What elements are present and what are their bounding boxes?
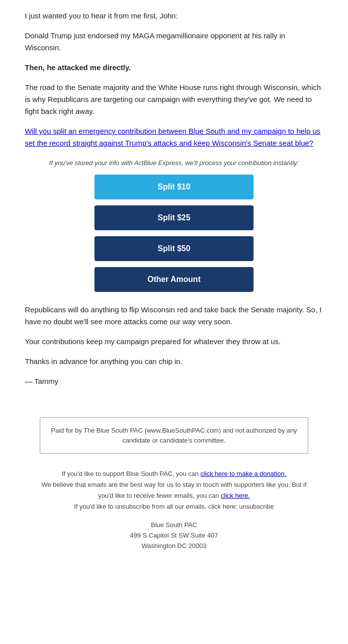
donation-buttons: Split $10 Split $25 Split $50 Other Amou… <box>94 175 254 292</box>
split-50-button[interactable]: Split $50 <box>94 236 254 261</box>
donation-link[interactable]: click here to make a donation. <box>200 470 286 477</box>
signature: — Tammy <box>25 375 323 387</box>
email-container: I just wanted you to hear it from me fir… <box>0 0 348 571</box>
paragraph-6: Your contributions keep my campaign prep… <box>25 336 323 348</box>
disclaimer-text: Paid for by The Blue South PAC (www.Blue… <box>51 427 297 444</box>
footer: If you'd like to support Blue South PAC,… <box>25 463 323 561</box>
split-25-button[interactable]: Split $25 <box>94 205 254 230</box>
paragraph-4: The road to the Senate majority and the … <box>25 82 323 117</box>
fewer-emails-link[interactable]: click here. <box>221 492 250 499</box>
org-address1: 499 S Capitol St SW Suite 407 <box>40 531 308 541</box>
actblue-note: If you've stored your info with ActBlue … <box>25 159 323 167</box>
disclaimer-box: Paid for by The Blue South PAC (www.Blue… <box>40 417 308 454</box>
paragraph-7: Thanks in advance for anything you can c… <box>25 356 323 368</box>
footer-support-text: If you'd like to support Blue South PAC,… <box>62 470 200 477</box>
emergency-contribution-link[interactable]: Will you split an emergency contribution… <box>25 127 321 147</box>
paragraph-5: Republicans will do anything to flip Wis… <box>25 304 323 328</box>
org-info: Blue South PAC 499 S Capitol St SW Suite… <box>40 520 308 551</box>
paragraph-1: I just wanted you to hear it from me fir… <box>25 10 323 22</box>
org-address2: Washington DC 20003 <box>40 541 308 552</box>
org-name: Blue South PAC <box>40 520 308 531</box>
footer-email-line: We believe that emails are the best way … <box>40 479 308 501</box>
footer-email-text: We believe that emails are the best way … <box>41 481 306 499</box>
paragraph-3-bold: Then, he attacked me directly. <box>25 62 323 74</box>
footer-support-line: If you'd like to support Blue South PAC,… <box>40 468 308 479</box>
other-amount-button[interactable]: Other Amount <box>94 267 254 292</box>
footer-unsubscribe-line: If you'd like to unsubscribe from all ou… <box>40 501 308 512</box>
paragraph-link[interactable]: Will you split an emergency contribution… <box>25 125 323 149</box>
split-10-button[interactable]: Split $10 <box>94 175 254 199</box>
paragraph-2: Donald Trump just endorsed my MAGA megam… <box>25 30 323 54</box>
